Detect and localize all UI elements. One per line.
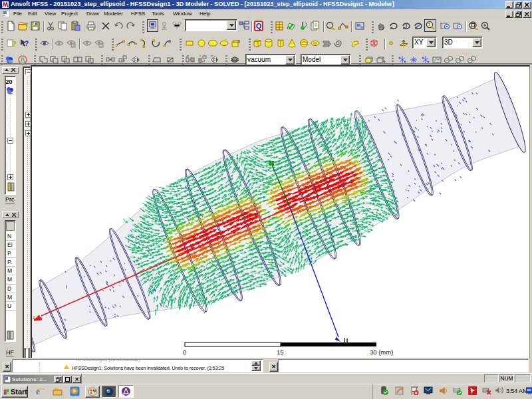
svg-text:Q: Q — [256, 22, 262, 30]
svg-text:z: z — [33, 315, 35, 321]
svg-text:30 (mm): 30 (mm) — [370, 348, 393, 356]
svg-text:0: 0 — [168, 39, 171, 44]
svg-text:?: ? — [12, 40, 17, 48]
svg-text:e: e — [36, 386, 40, 396]
svg-text:0: 0 — [183, 348, 186, 356]
svg-text:?: ? — [25, 40, 29, 47]
svg-text:15: 15 — [277, 348, 284, 356]
